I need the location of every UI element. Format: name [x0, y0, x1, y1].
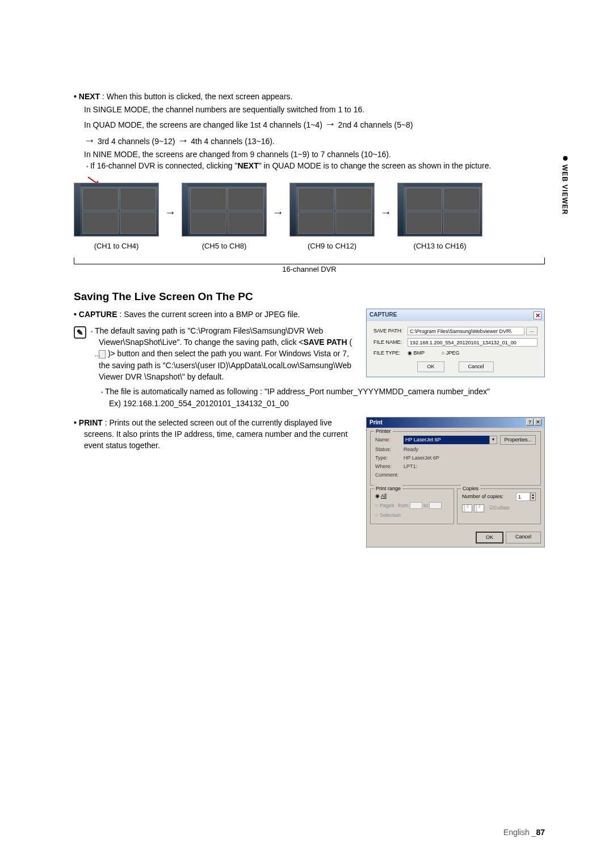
cancel-button[interactable]: Cancel: [506, 532, 541, 543]
radio-pages: [375, 503, 380, 508]
quad-sequence: (CH1 to CH4) (CH5 to CH8) (CH9 to CH12) …: [74, 183, 545, 275]
ok-button[interactable]: OK: [417, 361, 444, 372]
save-path-button-icon: …: [99, 350, 106, 359]
spinner[interactable]: ▲▼: [530, 492, 536, 501]
type-value: HP LaserJet 6P: [404, 454, 439, 462]
next-note: If 16-channel DVR is connected, clicking…: [94, 160, 545, 171]
capture-note1: The default saving path is "C:\Program F…: [91, 325, 355, 382]
next-desc: : When this button is clicked, the next …: [100, 92, 292, 101]
arrow-icon: [84, 134, 95, 146]
radio-selection: [375, 512, 380, 518]
printer-select[interactable]: HP LaserJet 6P: [404, 436, 489, 444]
section-heading: Saving The Live Screen On The PC: [74, 289, 545, 305]
capture-note-row: ✎ The default saving path is "C:\Program…: [74, 325, 355, 382]
quad-group-1: (CH1 to CH4): [74, 183, 159, 252]
next-line3: 3rd 4 channels (9~12) 4th 4 channels (13…: [84, 132, 545, 149]
ch-label-2: (CH5 to CH8): [182, 241, 267, 252]
next-label: NEXT: [79, 92, 100, 101]
page-footer: English _87: [503, 828, 545, 837]
save-path-input[interactable]: C:\Program Files\Samsung\Webviewer DVR\: [408, 327, 524, 335]
radio-bmp[interactable]: BMP: [408, 349, 425, 357]
cancel-button[interactable]: Cancel: [459, 361, 494, 372]
status-value: Ready: [404, 446, 418, 453]
copies-group: Copies Number of copies: 1 ▲▼ 1 2 3 1 2 …: [457, 488, 541, 524]
capture-note2-ex: Ex) 192.168.1.200_554_20120101_134132_01…: [101, 398, 545, 409]
capture-dialog: CAPTURE ✕ SAVE PATH: C:\Program Files\Sa…: [366, 309, 545, 377]
next-line2: In QUAD MODE, the screens are changed li…: [84, 116, 545, 132]
main-content: NEXT : When this button is clicked, the …: [74, 91, 545, 547]
ch-label-4: (CH13 to CH16): [397, 241, 482, 252]
save-path-label: SAVE PATH:: [373, 327, 408, 335]
arrow-icon: [177, 134, 188, 146]
file-type-label: FILE TYPE:: [373, 349, 408, 357]
quad-group-2: (CH5 to CH8): [182, 183, 267, 252]
capture-bullet: CAPTURE : Saves the current screen into …: [84, 309, 355, 320]
print-bullet: PRINT : Prints out the selected screen o…: [84, 417, 355, 452]
name-label: Name:: [375, 436, 404, 444]
print-desc: : Prints out the selected screen out of …: [84, 418, 347, 450]
close-icon[interactable]: ✕: [534, 311, 541, 319]
print-section: PRINT : Prints out the selected screen o…: [74, 417, 545, 547]
ok-button[interactable]: OK: [476, 532, 503, 543]
section-tab: WEB VIEWER: [561, 165, 569, 215]
where-label: Where:: [375, 463, 404, 470]
help-icon[interactable]: ?: [526, 419, 534, 425]
quad-group-3: (CH9 to CH12): [289, 183, 375, 252]
ch-label-3: (CH9 to CH12): [289, 241, 375, 252]
status-label: Status:: [375, 446, 404, 453]
radio-jpeg[interactable]: JPEG: [442, 349, 459, 357]
radio-all[interactable]: [375, 493, 381, 499]
properties-button[interactable]: Properties...: [500, 435, 536, 445]
side-bullet: [563, 156, 568, 161]
printer-group: Printer Name: HP LaserJet 6P ▾ Propertie…: [370, 431, 541, 485]
capture-label: CAPTURE: [79, 310, 117, 319]
capture-section: CAPTURE : Saves the current screen into …: [74, 309, 545, 382]
ch-label-1: (CH1 to CH4): [74, 241, 159, 252]
print-label: PRINT: [79, 418, 103, 427]
capture-note2: The file is automatically named as follo…: [101, 386, 545, 397]
bracket: [74, 258, 545, 264]
print-dialog-title: Print: [370, 419, 383, 427]
where-value: LPT1:: [404, 463, 417, 470]
print-range-group: Print range All Pages from: to: Selectio…: [370, 488, 454, 524]
close-icon[interactable]: ✕: [534, 419, 541, 425]
file-name-input[interactable]: 192.168.1.200_554_20120101_134132_01_00: [408, 338, 538, 347]
arrow-icon: [272, 204, 284, 221]
note-icon: ✎: [74, 326, 86, 339]
next-line4: In NINE MODE, the screens are changed fr…: [84, 149, 545, 160]
arrow-icon: [165, 204, 176, 221]
comment-label: Comment:: [375, 471, 404, 479]
next-bullet: NEXT : When this button is clicked, the …: [84, 91, 545, 102]
file-name-label: FILE NAME:: [373, 339, 408, 346]
quad-group-4: (CH13 to CH16): [397, 183, 482, 252]
print-dialog: Print ? ✕ Printer Name: HP LaserJet 6P ▾…: [366, 417, 545, 547]
browse-button[interactable]: …: [526, 327, 538, 335]
arrow-icon: [325, 117, 336, 130]
arrow-icon: [380, 204, 392, 221]
capture-desc: : Saves the current screen into a BMP or…: [117, 310, 300, 319]
chevron-down-icon[interactable]: ▾: [489, 436, 497, 444]
capture-dialog-title: CAPTURE: [370, 311, 397, 319]
collate-icon: 1 2 3: [474, 504, 484, 512]
dvr-label: 16-channel DVR: [74, 264, 545, 275]
copies-label: Number of copies:: [462, 493, 516, 500]
type-label: Type:: [375, 454, 404, 462]
collate-icon: 1 2 3: [462, 504, 472, 512]
next-line1: In SINGLE MODE, the channel numbers are …: [84, 104, 545, 115]
copies-input[interactable]: 1: [516, 492, 530, 501]
